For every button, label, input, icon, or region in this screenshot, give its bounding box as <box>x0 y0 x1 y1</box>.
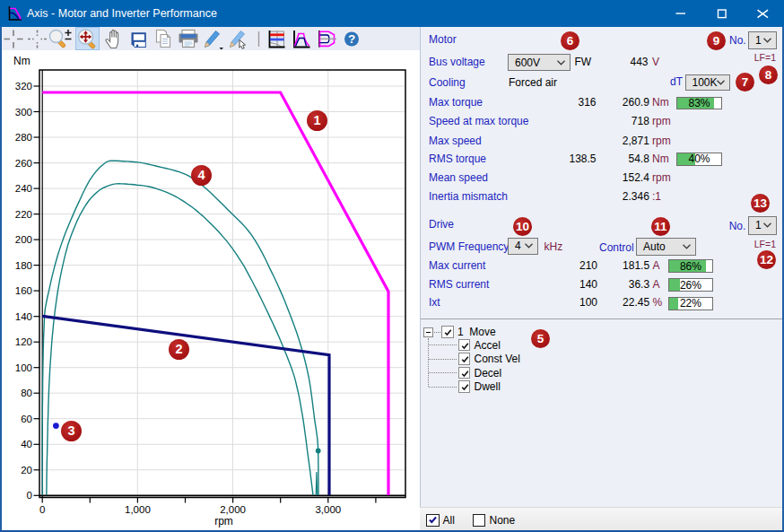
svg-text:300: 300 <box>15 107 32 118</box>
svg-text:3,000: 3,000 <box>315 504 341 515</box>
svg-text:200: 200 <box>15 234 32 245</box>
svg-text:240: 240 <box>15 183 32 194</box>
svg-text:280: 280 <box>15 132 32 143</box>
svg-text:180: 180 <box>15 260 32 271</box>
svg-text:0: 0 <box>39 504 45 515</box>
svg-text:1,000: 1,000 <box>125 504 151 515</box>
svg-text:220: 220 <box>15 209 32 220</box>
svg-text:160: 160 <box>15 285 32 296</box>
svg-text:80: 80 <box>21 388 32 398</box>
svg-text:60: 60 <box>21 414 32 424</box>
svg-text:140: 140 <box>15 311 32 322</box>
svg-text:120: 120 <box>15 336 32 347</box>
svg-text:40: 40 <box>21 439 32 449</box>
svg-text:rpm: rpm <box>214 515 233 528</box>
svg-text:2,000: 2,000 <box>220 504 246 515</box>
svg-text:320: 320 <box>15 81 32 92</box>
svg-text:0: 0 <box>27 490 32 501</box>
svg-text:Nm: Nm <box>13 55 30 67</box>
svg-text:100: 100 <box>15 362 32 373</box>
svg-text:260: 260 <box>15 158 32 169</box>
svg-text:20: 20 <box>21 465 32 475</box>
